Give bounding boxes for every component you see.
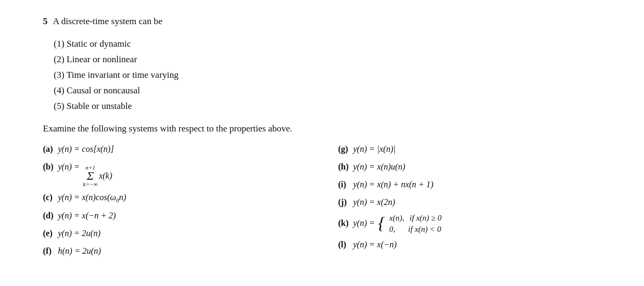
eq-l: y(n) = x(−n) bbox=[353, 237, 397, 253]
eq-k: y(n) = { x(n), if x(n) ≥ 0 0, if x(n) < … bbox=[353, 212, 442, 235]
piecewise-row-2: 0, if x(n) < 0 bbox=[389, 224, 441, 235]
system-d: (d) y(n) = x(−n + 2) bbox=[43, 208, 317, 224]
property-3: (3) Time invariant or time varying bbox=[54, 68, 612, 83]
system-g: (g) y(n) = |x(n)| bbox=[338, 142, 612, 157]
label-c: (c) bbox=[43, 190, 58, 206]
label-e: (e) bbox=[43, 226, 58, 241]
system-b: (b) y(n) = n+1 Σ k=−∞ x(k) bbox=[43, 159, 317, 188]
eq-i: y(n) = x(n) + nx(n + 1) bbox=[353, 177, 434, 193]
label-i: (i) bbox=[338, 177, 353, 193]
piecewise-row-1: x(n), if x(n) ≥ 0 bbox=[389, 212, 441, 224]
system-k: (k) y(n) = { x(n), if x(n) ≥ 0 0, if x(n… bbox=[338, 212, 612, 235]
right-column: (g) y(n) = |x(n)| (h) y(n) = x(n)u(n) (i… bbox=[338, 142, 612, 259]
system-h: (h) y(n) = x(n)u(n) bbox=[338, 159, 612, 175]
problem-container: 5 A discrete-time system can be (1) Stat… bbox=[43, 16, 612, 259]
eq-c: y(n) = x(n)cos(ω0n) bbox=[58, 190, 126, 206]
eq-g: y(n) = |x(n)| bbox=[353, 142, 396, 157]
label-l: (l) bbox=[338, 237, 353, 253]
system-f: (f) h(n) = 2u(n) bbox=[43, 244, 317, 259]
label-k: (k) bbox=[338, 216, 353, 231]
eq-d: y(n) = x(−n + 2) bbox=[58, 208, 116, 224]
examine-text: Examine the following systems with respe… bbox=[43, 123, 612, 134]
problem-number: 5 bbox=[43, 16, 48, 27]
eq-b: y(n) = n+1 Σ k=−∞ x(k) bbox=[58, 159, 112, 188]
problem-intro: A discrete-time system can be bbox=[53, 16, 163, 27]
system-l: (l) y(n) = x(−n) bbox=[338, 237, 612, 253]
label-h: (h) bbox=[338, 159, 353, 175]
systems-grid: (a) y(n) = cos[x(n)] (b) y(n) = n+1 Σ k=… bbox=[43, 142, 612, 259]
properties-list: (1) Static or dynamic (2) Linear or nonl… bbox=[54, 36, 612, 114]
property-1: (1) Static or dynamic bbox=[54, 36, 612, 52]
label-a: (a) bbox=[43, 142, 58, 157]
system-e: (e) y(n) = 2u(n) bbox=[43, 226, 317, 241]
piecewise-k: x(n), if x(n) ≥ 0 0, if x(n) < 0 bbox=[389, 212, 441, 235]
eq-a: y(n) = cos[x(n)] bbox=[58, 142, 114, 157]
eq-e: y(n) = 2u(n) bbox=[58, 226, 100, 241]
system-i: (i) y(n) = x(n) + nx(n + 1) bbox=[338, 177, 612, 193]
problem-header: 5 A discrete-time system can be bbox=[43, 16, 612, 27]
label-g: (g) bbox=[338, 142, 353, 157]
eq-j: y(n) = x(2n) bbox=[353, 195, 395, 210]
eq-f: h(n) = 2u(n) bbox=[58, 244, 101, 259]
eq-h: y(n) = x(n)u(n) bbox=[353, 159, 405, 175]
system-c: (c) y(n) = x(n)cos(ω0n) bbox=[43, 190, 317, 206]
left-column: (a) y(n) = cos[x(n)] (b) y(n) = n+1 Σ k=… bbox=[43, 142, 317, 259]
label-f: (f) bbox=[43, 244, 58, 259]
label-j: (j) bbox=[338, 195, 353, 210]
label-b: (b) bbox=[43, 159, 58, 175]
property-5: (5) Stable or unstable bbox=[54, 99, 612, 114]
property-2: (2) Linear or nonlinear bbox=[54, 52, 612, 68]
property-4: (4) Causal or noncausal bbox=[54, 83, 612, 99]
label-d: (d) bbox=[43, 208, 58, 224]
system-a: (a) y(n) = cos[x(n)] bbox=[43, 142, 317, 157]
system-j: (j) y(n) = x(2n) bbox=[338, 195, 612, 210]
